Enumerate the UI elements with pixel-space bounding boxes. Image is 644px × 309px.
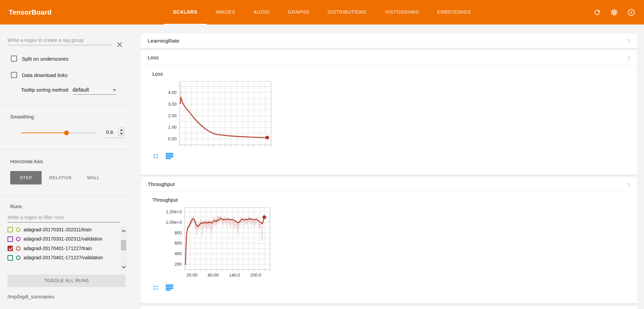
tooltip-sort-select[interactable]: default (73, 87, 116, 95)
tab-distributions[interactable]: DISTRIBUTIONS (318, 0, 376, 25)
section-loss: Loss 1 Loss 0.001.002.003.004.00 (140, 50, 637, 175)
run-checkbox[interactable] (8, 236, 13, 242)
tooltip-sort-label: Tooltip sorting method: (21, 87, 69, 93)
scrollbar-thumb[interactable] (121, 240, 126, 250)
chevron-down-icon (121, 266, 126, 269)
section-header-learningrate[interactable]: LearningRate 1 (140, 33, 637, 48)
runs-list: adagrad-20170331-202311/train adagrad-20… (8, 227, 127, 271)
toggle-all-runs-button[interactable]: TOGGLE ALL RUNS (8, 275, 125, 287)
fullscreen-icon (152, 153, 159, 159)
run-checkbox[interactable] (8, 246, 13, 251)
main-content: LearningRate 1 Loss 1 Loss 0.001.002.003… (128, 25, 644, 309)
axis-step-button[interactable]: STEP (10, 171, 42, 184)
loss-card: Loss 0.001.002.003.004.00 (140, 65, 637, 175)
throughput-chart-title: Throughput (152, 197, 637, 203)
data-list-icon (166, 153, 173, 159)
svg-text:800: 800 (175, 230, 182, 235)
section-title: LearningRate (148, 38, 179, 44)
svg-text:200: 200 (175, 262, 182, 267)
svg-text:1.00e+3: 1.00e+3 (166, 220, 182, 225)
data-download-checkbox[interactable] (11, 72, 17, 78)
svg-text:80.00: 80.00 (208, 273, 219, 278)
spinner-down-button[interactable] (119, 132, 124, 136)
app-header: TensorBoard SCALARS IMAGES AUDIO GRAPHS … (0, 0, 644, 25)
tag-filter-row (8, 36, 128, 45)
loss-chart-title: Loss (152, 71, 637, 77)
spinner-down-icon (120, 133, 123, 135)
scroll-down-button[interactable] (120, 264, 127, 270)
help-icon: ? (627, 9, 635, 16)
section-count-badge: 1 (628, 38, 630, 43)
runs-scrollbar[interactable] (120, 227, 127, 271)
throughput-card: Throughput 2004006008001.00e+31.20e+320.… (140, 192, 637, 304)
slider-fill (21, 133, 66, 133)
section-header-throughput[interactable]: Throughput 1 (140, 177, 637, 192)
tag-filter-input[interactable] (8, 36, 112, 45)
loss-chart[interactable]: 0.001.002.003.004.00 (152, 77, 637, 150)
close-icon (116, 41, 123, 48)
data-download-label: Data download links (22, 72, 68, 78)
runs-filter-input[interactable] (8, 213, 120, 222)
tab-graphs[interactable]: GRAPHS (279, 0, 318, 25)
slider-thumb[interactable] (64, 130, 69, 135)
scroll-up-button[interactable] (120, 228, 127, 233)
refresh-button[interactable] (593, 8, 601, 16)
runs-heading: Runs (10, 204, 128, 209)
smoothing-heading: Smoothing (10, 114, 128, 120)
data-list-icon (166, 284, 173, 291)
tab-audio[interactable]: AUDIO (244, 0, 279, 25)
tab-images[interactable]: IMAGES (207, 0, 244, 25)
clear-filter-button[interactable] (116, 41, 123, 49)
run-item[interactable]: adagrad-20170401-171227/validation (8, 254, 119, 261)
expand-chart-button[interactable] (152, 153, 160, 160)
section-header-loss[interactable]: Loss 1 (140, 50, 637, 65)
smoothing-slider[interactable] (21, 133, 97, 133)
throughput-chart-actions (152, 284, 637, 291)
axis-relative-button[interactable]: RELATIVE (42, 171, 79, 184)
run-checkbox[interactable] (8, 227, 13, 232)
run-color-circle[interactable] (16, 246, 20, 251)
throughput-chart[interactable]: 2004006008001.00e+31.20e+320.0080.00140.… (152, 203, 637, 281)
divider (0, 196, 128, 196)
horizontal-axis-buttons: STEP RELATIVE WALL (10, 171, 128, 184)
data-download-option[interactable]: Data download links (11, 72, 128, 78)
log-directory-path: /tmp/bigdl_summaries (8, 294, 128, 299)
run-label: adagrad-20170401-171227/train (24, 245, 92, 251)
chart-data-menu-button[interactable] (166, 153, 173, 160)
svg-text:600: 600 (175, 241, 182, 246)
divider (0, 105, 128, 105)
settings-button[interactable] (610, 8, 618, 16)
chevron-down-icon (113, 89, 116, 91)
loss-chart-actions (152, 153, 637, 160)
fullscreen-icon (152, 284, 159, 291)
run-color-circle[interactable] (16, 228, 20, 232)
split-underscores-checkbox[interactable] (11, 56, 17, 62)
run-item[interactable]: adagrad-20170331-202311/train (8, 227, 119, 233)
help-button[interactable]: ? (627, 8, 635, 16)
split-underscores-option[interactable]: Split on underscores (11, 56, 128, 62)
tab-histograms[interactable]: HISTOGRAMS (376, 0, 428, 25)
run-label: adagrad-20170401-171227/validation (24, 254, 103, 261)
smoothing-value-box: 0.6 (105, 128, 125, 138)
axis-wall-button[interactable]: WALL (79, 171, 107, 184)
top-nav-tabs: SCALARS IMAGES AUDIO GRAPHS DISTRIBUTION… (164, 0, 480, 25)
chart-data-menu-button[interactable] (166, 284, 173, 291)
section-title: Loss (148, 55, 159, 61)
tab-embeddings[interactable]: EMBEDDINGS (428, 0, 480, 25)
run-checkbox[interactable] (8, 255, 13, 261)
section-count-badge: 1 (628, 55, 630, 60)
next-section-partial[interactable] (140, 306, 637, 309)
tab-scalars[interactable]: SCALARS (164, 0, 206, 25)
expand-chart-button[interactable] (152, 284, 160, 291)
refresh-icon (593, 9, 601, 16)
divider (0, 150, 128, 150)
svg-text:?: ? (630, 10, 632, 14)
smoothing-value[interactable]: 0.6 (106, 129, 114, 135)
run-color-circle[interactable] (16, 256, 20, 260)
svg-text:0.00: 0.00 (168, 136, 177, 141)
run-color-circle[interactable] (16, 237, 20, 241)
spinner-up-button[interactable] (119, 128, 124, 132)
run-item[interactable]: adagrad-20170331-202311/validation (8, 236, 119, 242)
run-item[interactable]: adagrad-20170401-171227/train (8, 245, 119, 251)
run-label: adagrad-20170331-202311/train (24, 227, 92, 233)
